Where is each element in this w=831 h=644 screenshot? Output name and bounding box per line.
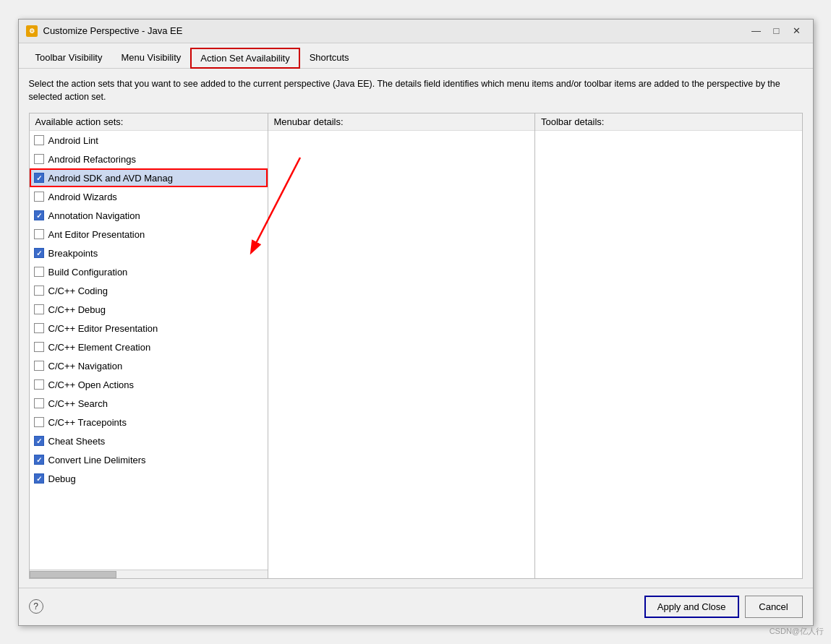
item-label-cpp-tracepoints: C/C++ Tracepoints xyxy=(48,417,127,428)
checkbox-cpp-debug[interactable] xyxy=(34,304,44,314)
checkbox-cpp-editor[interactable] xyxy=(34,323,44,333)
list-item-android-lint[interactable]: Android Lint xyxy=(30,131,268,150)
close-button[interactable]: ✕ xyxy=(788,24,806,38)
list-item-cheat-sheets[interactable]: Cheat Sheets xyxy=(30,432,268,450)
item-label-cpp-search: C/C++ Search xyxy=(48,398,108,409)
horizontal-scrollbar[interactable] xyxy=(30,570,268,578)
tab-shortcuts[interactable]: Shortcuts xyxy=(300,48,359,69)
list-item-android-sdk-avd[interactable]: Android SDK and AVD Manag xyxy=(30,168,268,187)
cancel-button[interactable]: Cancel xyxy=(745,596,803,618)
bottom-buttons: Apply and Close Cancel xyxy=(644,596,803,618)
item-label-annotation-navigation: Annotation Navigation xyxy=(48,210,140,221)
tab-toolbar-visibility[interactable]: Toolbar Visibility xyxy=(26,48,112,69)
item-label-android-sdk-avd: Android SDK and AVD Manag xyxy=(48,173,173,184)
tab-bar: Toolbar Visibility Menu Visibility Actio… xyxy=(19,43,813,69)
dialog-content: Select the action sets that you want to … xyxy=(19,69,813,588)
item-label-cpp-navigation: C/C++ Navigation xyxy=(48,361,123,372)
checkbox-annotation-navigation[interactable] xyxy=(34,210,44,220)
toolbar-details-content xyxy=(535,131,802,578)
checkbox-android-refactorings[interactable] xyxy=(34,154,44,164)
list-item-cpp-navigation[interactable]: C/C++ Navigation xyxy=(30,356,268,375)
maximize-button[interactable]: □ xyxy=(768,24,785,38)
list-item-annotation-navigation[interactable]: Annotation Navigation xyxy=(30,206,268,225)
item-label-convert-line: Convert Line Delimiters xyxy=(48,455,146,465)
list-item-breakpoints[interactable]: Breakpoints xyxy=(30,244,268,262)
checkbox-convert-line[interactable] xyxy=(34,455,44,465)
list-item-cpp-editor[interactable]: C/C++ Editor Presentation xyxy=(30,319,268,338)
checkbox-cpp-open-actions[interactable] xyxy=(34,379,44,390)
item-label-debug: Debug xyxy=(48,473,76,484)
bottom-bar: ? Apply and Close Cancel xyxy=(19,588,813,625)
item-label-breakpoints: Breakpoints xyxy=(48,248,98,259)
list-item-build-configuration[interactable]: Build Configuration xyxy=(30,262,268,281)
panels-container: Available action sets: Android LintAndro… xyxy=(29,113,803,579)
dialog-icon: ⚙ xyxy=(26,25,38,37)
checkbox-ant-editor[interactable] xyxy=(34,229,44,239)
tab-menu-visibility[interactable]: Menu Visibility xyxy=(111,48,190,69)
title-bar: ⚙ Customize Perspective - Java EE — □ ✕ xyxy=(19,20,813,43)
toolbar-details-panel: Toolbar details: xyxy=(535,113,802,578)
list-item-cpp-search[interactable]: C/C++ Search xyxy=(30,394,268,413)
dialog-title: Customize Perspective - Java EE xyxy=(43,25,742,36)
list-item-convert-line[interactable]: Convert Line Delimiters xyxy=(30,450,268,469)
available-sets-label: Available action sets: xyxy=(30,113,268,130)
checkbox-cheat-sheets[interactable] xyxy=(34,436,44,446)
item-label-android-refactorings: Android Refactorings xyxy=(48,154,136,165)
list-item-cpp-tracepoints[interactable]: C/C++ Tracepoints xyxy=(30,413,268,432)
apply-close-button[interactable]: Apply and Close xyxy=(644,596,739,618)
list-item-cpp-element-creation[interactable]: C/C++ Element Creation xyxy=(30,338,268,356)
list-item-cpp-open-actions[interactable]: C/C++ Open Actions xyxy=(30,375,268,394)
item-label-cpp-element-creation: C/C++ Element Creation xyxy=(48,342,151,353)
window-controls: — □ ✕ xyxy=(748,24,806,38)
minimize-button[interactable]: — xyxy=(748,24,765,38)
list-item-android-wizards[interactable]: Android Wizards xyxy=(30,187,268,206)
menubar-details-content xyxy=(268,131,535,578)
item-label-cpp-editor: C/C++ Editor Presentation xyxy=(48,323,158,334)
checkbox-android-sdk-avd[interactable] xyxy=(34,173,44,183)
action-sets-list[interactable]: Android LintAndroid RefactoringsAndroid … xyxy=(30,130,268,570)
item-label-cpp-debug: C/C++ Debug xyxy=(48,304,106,315)
description-text: Select the action sets that you want to … xyxy=(29,77,803,105)
tab-action-set-availability[interactable]: Action Set Availability xyxy=(190,48,299,69)
help-button[interactable]: ? xyxy=(29,599,43,614)
checkbox-build-configuration[interactable] xyxy=(34,267,44,277)
hscroll-thumb xyxy=(30,571,116,578)
checkbox-breakpoints[interactable] xyxy=(34,248,44,258)
customize-perspective-dialog: ⚙ Customize Perspective - Java EE — □ ✕ … xyxy=(18,19,814,626)
checkbox-cpp-element-creation[interactable] xyxy=(34,342,44,352)
item-label-cpp-open-actions: C/C++ Open Actions xyxy=(48,379,135,390)
checkbox-android-lint[interactable] xyxy=(34,135,44,145)
toolbar-details-label: Toolbar details: xyxy=(535,113,802,131)
item-label-ant-editor: Ant Editor Presentation xyxy=(48,229,145,240)
checkbox-cpp-navigation[interactable] xyxy=(34,361,44,371)
list-item-ant-editor[interactable]: Ant Editor Presentation xyxy=(30,225,268,244)
item-label-cheat-sheets: Cheat Sheets xyxy=(48,436,106,447)
watermark: CSDN@亿人行 xyxy=(770,626,824,637)
list-item-android-refactorings[interactable]: Android Refactorings xyxy=(30,150,268,168)
checkbox-cpp-search[interactable] xyxy=(34,398,44,408)
list-item-cpp-coding[interactable]: C/C++ Coding xyxy=(30,281,268,300)
menubar-details-panel: Menubar details: xyxy=(268,113,536,578)
item-label-android-lint: Android Lint xyxy=(48,135,98,146)
checkbox-debug[interactable] xyxy=(34,473,44,484)
list-item-cpp-debug[interactable]: C/C++ Debug xyxy=(30,300,268,319)
checkbox-android-wizards[interactable] xyxy=(34,192,44,202)
list-item-debug[interactable]: Debug xyxy=(30,469,268,488)
checkbox-cpp-coding[interactable] xyxy=(34,285,44,296)
item-label-android-wizards: Android Wizards xyxy=(48,192,117,202)
item-label-build-configuration: Build Configuration xyxy=(48,267,128,278)
menubar-details-label: Menubar details: xyxy=(268,113,535,131)
checkbox-cpp-tracepoints[interactable] xyxy=(34,417,44,427)
available-sets-panel: Available action sets: Android LintAndro… xyxy=(30,113,268,578)
item-label-cpp-coding: C/C++ Coding xyxy=(48,285,108,296)
